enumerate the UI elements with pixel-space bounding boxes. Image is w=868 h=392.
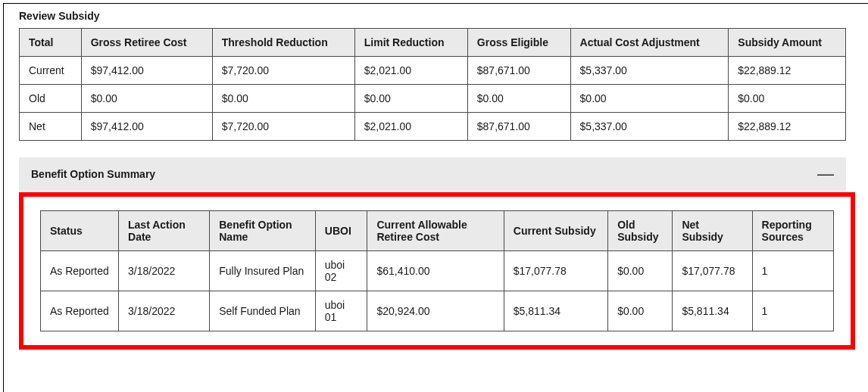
cell-name: Fully Insured Plan [210,251,316,291]
col-gross-eligible: Gross Eligible [467,29,570,57]
highlighted-region: Status Last Action Date Benefit Option N… [19,192,855,350]
col-uboi: UBOI [315,211,367,251]
page-frame: Review Subsidy Total Gross Retiree Cost … [3,3,868,392]
cell: $87,671.00 [467,57,570,85]
cell-nsub: $17,077.78 [673,251,752,291]
cell-carc: $61,410.00 [367,251,504,291]
cell: $0.00 [354,85,467,113]
col-current-subsidy: Current Subsidy [504,211,607,251]
col-benefit-option-name: Benefit Option Name [210,211,316,251]
table-header-row: Status Last Action Date Benefit Option N… [41,211,834,251]
col-threshold-reduction: Threshold Reduction [212,29,354,57]
cell-carc: $20,924.00 [367,291,504,331]
cell: $0.00 [212,85,354,113]
col-old-subsidy: Old Subsidy [608,211,673,251]
col-actual-cost-adjustment: Actual Cost Adjustment [570,29,729,57]
cell-status: As Reported [41,291,119,331]
cell-osub: $0.00 [608,291,673,331]
cell-uboi: uboi 01 [315,291,367,331]
table-row: As Reported 3/18/2022 Self Funded Plan u… [41,291,834,331]
cell: $7,720.00 [212,57,354,85]
cell: $0.00 [729,85,846,113]
benefit-option-summary-header[interactable]: Benefit Option Summary — [19,157,846,191]
cell-date: 3/18/2022 [119,251,210,291]
cell-status: As Reported [41,251,119,291]
cell: $5,337.00 [570,113,729,141]
cell-csub: $5,811.34 [504,291,607,331]
table-row: Current $97,412.00 $7,720.00 $2,021.00 $… [20,57,846,85]
cell-rep: 1 [752,251,833,291]
cell: $87,671.00 [467,113,570,141]
cell: $0.00 [81,85,212,113]
table-header-row: Total Gross Retiree Cost Threshold Reduc… [20,29,846,57]
accordion-title: Benefit Option Summary [31,168,155,180]
table-row: As Reported 3/18/2022 Fully Insured Plan… [41,251,834,291]
cell-rep: 1 [752,291,833,331]
cell-date: 3/18/2022 [119,291,210,331]
row-label: Current [20,57,82,85]
col-reporting-sources: Reporting Sources [752,211,833,251]
cell: $7,720.00 [212,113,354,141]
col-status: Status [41,211,119,251]
review-subsidy-title: Review Subsidy [19,10,855,22]
cell: $22,889.12 [729,113,846,141]
col-last-action-date: Last Action Date [119,211,210,251]
col-current-allowable-retiree-cost: Current Allowable Retiree Cost [367,211,504,251]
benefit-option-summary-table: Status Last Action Date Benefit Option N… [40,210,834,331]
cell: $97,412.00 [81,113,212,141]
cell-uboi: uboi 02 [315,251,367,291]
cell: $0.00 [570,85,729,113]
cell: $2,021.00 [354,57,467,85]
col-gross-retiree-cost: Gross Retiree Cost [81,29,212,57]
row-label: Net [20,113,82,141]
cell: $0.00 [467,85,570,113]
cell: $22,889.12 [729,57,846,85]
cell-osub: $0.00 [608,251,673,291]
col-total: Total [20,29,82,57]
col-subsidy-amount: Subsidy Amount [729,29,846,57]
table-row: Net $97,412.00 $7,720.00 $2,021.00 $87,6… [20,113,846,141]
cell-csub: $17,077.78 [504,251,607,291]
review-subsidy-table: Total Gross Retiree Cost Threshold Reduc… [19,28,846,141]
collapse-icon: — [817,169,834,179]
cell: $97,412.00 [81,57,212,85]
col-net-subsidy: Net Subsidy [673,211,752,251]
cell-name: Self Funded Plan [210,291,316,331]
cell: $5,337.00 [570,57,729,85]
row-label: Old [20,85,82,113]
col-limit-reduction: Limit Reduction [354,29,467,57]
cell-nsub: $5,811.34 [673,291,752,331]
cell: $2,021.00 [354,113,467,141]
table-row: Old $0.00 $0.00 $0.00 $0.00 $0.00 $0.00 [20,85,846,113]
